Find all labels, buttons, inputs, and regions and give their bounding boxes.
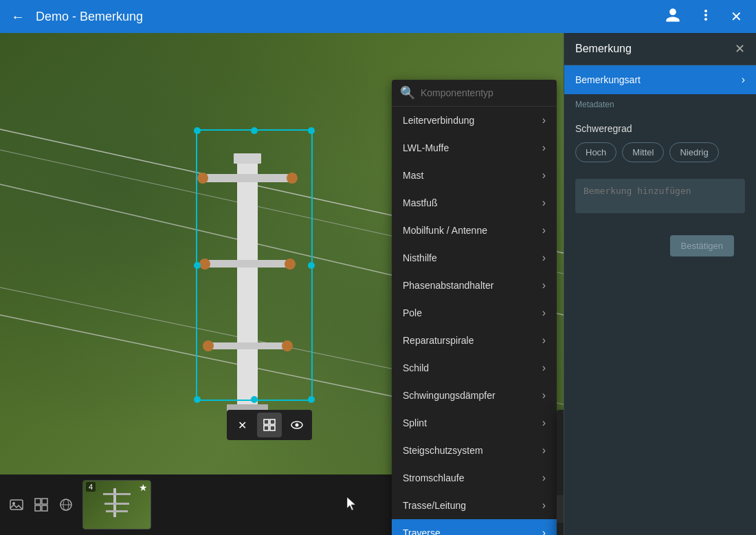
menu-item-label: Pole: [403, 307, 422, 318]
menu-item-lwl-muffe[interactable]: LWL-Muffe›: [392, 134, 557, 162]
page-title: Demo - Bemerkung: [36, 10, 651, 24]
menu-chevron: ›: [542, 527, 546, 535]
thumbnail-card[interactable]: 4 ★: [82, 480, 151, 529]
globe-tool-icon[interactable]: [55, 494, 77, 516]
menu-item-schwingungsd-mpfer[interactable]: Schwingungsdämpfer›: [392, 382, 557, 409]
menu-chevron: ›: [542, 389, 546, 402]
selection-handle-tl[interactable]: [194, 127, 201, 134]
schweregrad-title: Schweregrad: [575, 123, 745, 134]
right-panel-title: Bemerkung: [575, 43, 632, 55]
menu-chevron: ›: [542, 224, 546, 237]
selection-handle-tm[interactable]: [251, 127, 258, 134]
schweregrad-section: Schweregrad HochMittelNiedrig: [564, 115, 756, 171]
selection-handle-bm[interactable]: [251, 396, 258, 403]
svg-rect-20: [270, 426, 275, 430]
menu-chevron: ›: [542, 252, 546, 264]
submenu-item-traverse-verrostet[interactable]: Traverse verrostet: [557, 495, 564, 523]
submenu-item-verdreht--verformt[interactable]: Verdreht, verformt: [557, 523, 564, 535]
menu-item-mast[interactable]: Mast›: [392, 162, 557, 189]
svg-rect-19: [264, 426, 269, 430]
more-vert-icon[interactable]: [692, 4, 720, 30]
svg-rect-26: [42, 499, 47, 504]
close-header-icon[interactable]: ✕: [725, 6, 748, 28]
selection-handle-tr[interactable]: [308, 127, 315, 134]
svg-point-22: [296, 424, 299, 427]
bemerkungsart-item[interactable]: Bemerkungsart ›: [564, 65, 756, 94]
menu-item-label: Mast: [403, 170, 423, 181]
selection-handle-ml[interactable]: [194, 262, 201, 269]
selection-handle-br[interactable]: [308, 396, 315, 403]
menu-chevron: ›: [542, 444, 546, 457]
header-actions: ✕: [659, 4, 748, 30]
selection-box: [196, 129, 313, 401]
menu-item-phasenabstandhalter[interactable]: Phasenabstandhalter›: [392, 272, 557, 299]
submenu-item-gebrochener[interactable]: Gebrochener: [557, 440, 564, 468]
right-panel: Bemerkung ✕ Bemerkungsart › Metadaten Sc…: [564, 33, 756, 535]
back-button[interactable]: ←: [8, 6, 27, 28]
menu-chevron: ›: [542, 279, 546, 292]
grid-tool-icon[interactable]: [30, 494, 52, 516]
menu-item-stromschlaufe[interactable]: Stromschlaufe›: [392, 464, 557, 492]
submenu-item-defekte-traverse[interactable]: Defekte Traverse: [557, 413, 564, 440]
menu-items-list: Leiterverbindung›LWL-Muffe›Mast›Mastfuß›…: [392, 107, 557, 535]
menu-item-label: Stromschlaufe: [403, 472, 464, 483]
menu-chevron: ›: [542, 169, 546, 182]
traverse-submenu: Defekte TraverseGebrochenerRoststellen T…: [557, 410, 564, 535]
bemerkung-section: [564, 171, 756, 224]
confirm-button[interactable]: Bestätigen: [670, 235, 734, 256]
menu-item-mastfu-[interactable]: Mastfuß›: [392, 189, 557, 217]
menu-item-steigschutzsystem[interactable]: Steigschutzsystem›: [392, 437, 557, 464]
menu-item-mobilfunk---antenne[interactable]: Mobilfunk / Antenne›: [392, 217, 557, 244]
menu-chevron: ›: [542, 142, 546, 154]
image-viewport: ✕ 🔍: [0, 33, 564, 535]
app-header: ← Demo - Bemerkung ✕: [0, 0, 756, 33]
component-dropdown: 🔍 Leiterverbindung›LWL-Muffe›Mast›Mastfu…: [392, 80, 557, 535]
bottom-tool-icons: [5, 494, 77, 516]
account-icon[interactable]: [659, 4, 687, 30]
bemerkungsart-label: Bemerkungsart: [575, 74, 641, 85]
chip-mittel[interactable]: Mittel: [622, 142, 664, 162]
menu-chevron: ›: [542, 417, 546, 429]
search-icon: 🔍: [400, 85, 415, 100]
menu-chevron: ›: [542, 307, 546, 319]
thumbnail-number: 4: [86, 482, 96, 492]
bemerkungsart-section: Bemerkungsart ›: [564, 65, 756, 94]
menu-item-label: Nisthilfe: [403, 252, 437, 263]
chip-hoch[interactable]: Hoch: [575, 142, 616, 162]
menu-item-label: Mastfuß: [403, 197, 438, 208]
submenu-item-roststellen-traverse[interactable]: Roststellen Traverse: [557, 468, 564, 495]
menu-chevron: ›: [542, 362, 546, 374]
bemerkung-textarea[interactable]: [575, 179, 745, 213]
menu-item-schild[interactable]: Schild›: [392, 354, 557, 382]
eye-button[interactable]: [285, 413, 309, 437]
menu-item-label: Leiterverbindung: [403, 115, 474, 126]
menu-item-traverse[interactable]: Traverse›: [392, 519, 557, 535]
menu-item-nisthilfe[interactable]: Nisthilfe›: [392, 244, 557, 272]
right-panel-close-button[interactable]: ✕: [735, 41, 745, 56]
chip-niedrig[interactable]: Niedrig: [669, 142, 718, 162]
main-menu: 🔍 Leiterverbindung›LWL-Muffe›Mast›Mastfu…: [392, 80, 557, 535]
menu-item-trasse-leitung[interactable]: Trasse/Leitung›: [392, 492, 557, 519]
menu-item-label: Trasse/Leitung: [403, 500, 466, 511]
delete-button[interactable]: ✕: [230, 413, 254, 437]
menu-item-leiterverbindung[interactable]: Leiterverbindung›: [392, 107, 557, 134]
menu-item-label: Reparaturspirale: [403, 335, 474, 346]
selection-handle-bl[interactable]: [194, 396, 201, 403]
search-input[interactable]: [421, 87, 548, 98]
submenu-items-list: Defekte TraverseGebrochenerRoststellen T…: [557, 410, 564, 535]
grid-button[interactable]: [257, 413, 282, 437]
menu-item-pole[interactable]: Pole›: [392, 299, 557, 327]
svg-rect-18: [270, 419, 275, 424]
svg-rect-25: [35, 499, 41, 504]
menu-chevron: ›: [542, 472, 546, 484]
menu-item-label: Schild: [403, 362, 429, 373]
menu-chevron: ›: [542, 334, 546, 347]
menu-item-reparaturspirale[interactable]: Reparaturspirale›: [392, 327, 557, 354]
menu-item-label: Schwingungsdämpfer: [403, 390, 496, 401]
metadaten-label: Metadaten: [564, 94, 756, 115]
menu-item-splint[interactable]: Splint›: [392, 409, 557, 437]
right-panel-header: Bemerkung ✕: [564, 33, 756, 65]
bemerkungsart-chevron: ›: [742, 74, 745, 86]
image-tool-icon[interactable]: [5, 494, 27, 516]
selection-handle-mr[interactable]: [308, 262, 315, 269]
